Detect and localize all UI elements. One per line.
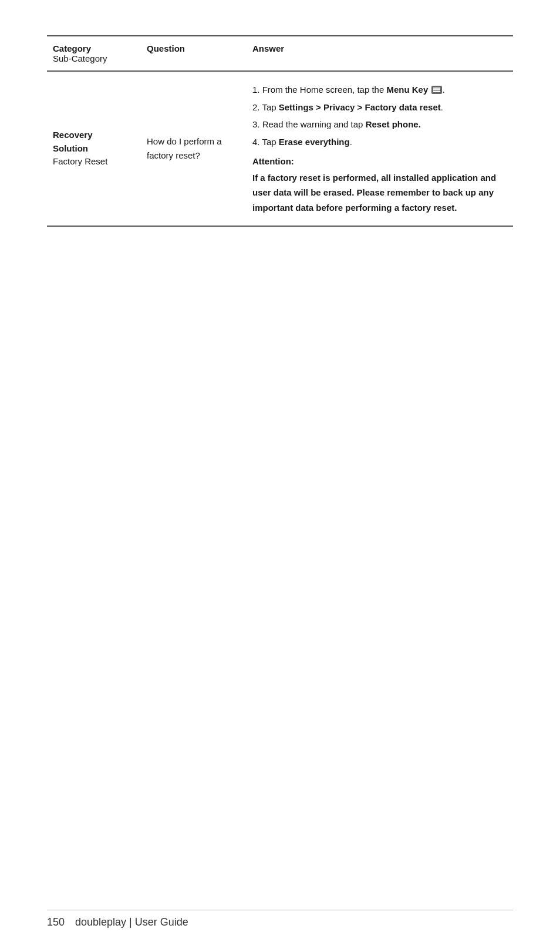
header-subcategory-label: Sub-Category (53, 53, 135, 63)
header-question-label: Question (147, 43, 185, 53)
step1-number: 1. From the Home screen, tap the Menu Ke… (252, 85, 445, 95)
answer-step-3: 3. Read the warning and tap Reset phone. (252, 117, 507, 132)
step4-bold: Erase everything (279, 137, 350, 147)
main-table: Category Sub-Category Question Answer R (47, 36, 513, 226)
attention-block: Attention: If a factory reset is perform… (252, 154, 507, 215)
step2-bold: Settings > Privacy > Factory data reset (279, 102, 441, 112)
header-answer-label: Answer (252, 43, 284, 53)
header-answer-cell: Answer (247, 36, 513, 71)
header-category-label: Category (53, 43, 135, 53)
category-sub: Factory Reset (53, 155, 135, 169)
header-question-cell: Question (141, 36, 247, 71)
table-header-row: Category Sub-Category Question Answer (47, 36, 513, 71)
page-container: Category Sub-Category Question Answer R (0, 0, 560, 952)
step4-text: 4. Tap Erase everything. (252, 137, 352, 147)
answer-list: 1. From the Home screen, tap the Menu Ke… (252, 82, 507, 149)
question-text: How do I perform a factory reset? (147, 136, 222, 160)
page-footer: 150 doubleplay | User Guide (47, 910, 513, 929)
attention-body: If a factory reset is performed, all ins… (252, 170, 507, 216)
question-cell: How do I perform a factory reset? (141, 71, 247, 226)
answer-step-1: 1. From the Home screen, tap the Menu Ke… (252, 82, 507, 97)
category-main: Recovery Solution (53, 129, 135, 155)
answer-step-4: 4. Tap Erase everything. (252, 134, 507, 150)
step3-bold: Reset phone. (366, 119, 421, 129)
answer-cell: 1. From the Home screen, tap the Menu Ke… (247, 71, 513, 226)
answer-step-2: 2. Tap Settings > Privacy > Factory data… (252, 100, 507, 115)
header-category-cell: Category Sub-Category (47, 36, 141, 71)
attention-title: Attention: (252, 156, 294, 166)
footer-title: doubleplay | User Guide (75, 916, 188, 929)
step3-text: 3. Read the warning and tap Reset phone. (252, 119, 421, 129)
step1-bold: Menu Key (386, 85, 428, 95)
page-number: 150 (47, 916, 65, 929)
step2-text: 2. Tap Settings > Privacy > Factory data… (252, 102, 443, 112)
menu-key-icon (431, 86, 442, 94)
table-row: Recovery Solution Factory Reset How do I… (47, 71, 513, 226)
table-wrapper: Category Sub-Category Question Answer R (47, 35, 513, 227)
category-cell: Recovery Solution Factory Reset (47, 71, 141, 226)
